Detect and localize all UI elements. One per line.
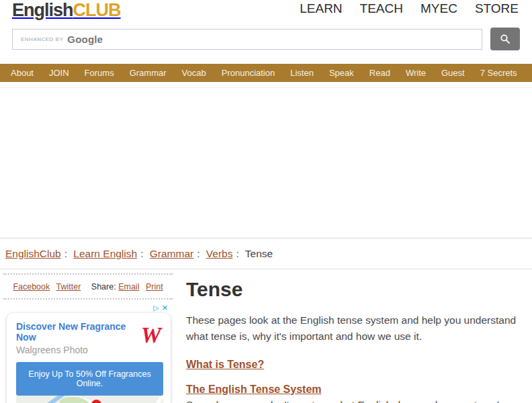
site-header: EnglishCLUB LEARN TEACH MYEC STORE — [0, 0, 532, 21]
sidebar-ad: ▷ ✕ Discover New Fragrance Now Walgreens… — [0, 300, 176, 403]
share-label: Share: — [91, 282, 116, 292]
page-title: Tense — [186, 278, 519, 301]
breadcrumb-link-learn-english[interactable]: Learn English — [73, 248, 137, 259]
google-branding: Google — [67, 34, 103, 45]
share-print-link[interactable]: Print — [146, 282, 163, 292]
share-twitter-link[interactable]: Twitter — [56, 282, 81, 292]
top-nav-myec[interactable]: MYEC — [420, 1, 457, 16]
nav-item-forums[interactable]: Forums — [85, 68, 114, 78]
map-road — [142, 396, 163, 403]
link-what-is-tense[interactable]: What is Tense? — [186, 359, 519, 371]
nav-item-speak[interactable]: Speak — [329, 68, 354, 78]
enhanced-by-label: ENHANCED BY — [21, 36, 63, 42]
link-english-tense-system[interactable]: The English Tense System — [186, 384, 519, 396]
search-input[interactable]: ENHANCED BY Google — [12, 29, 482, 50]
top-nav-learn[interactable]: LEARN — [300, 1, 342, 16]
nav-item-listen[interactable]: Listen — [290, 68, 314, 78]
nav-item-pronunciation[interactable]: Pronunciation — [222, 68, 275, 78]
main-navbar: About JOIN Forums Grammar Vocab Pronunci… — [0, 64, 532, 82]
top-nav-store[interactable]: STORE — [475, 1, 519, 16]
ad-map — [16, 396, 163, 403]
breadcrumb-separator: : — [64, 248, 67, 259]
nav-item-guest[interactable]: Guest — [441, 68, 465, 78]
nav-item-write[interactable]: Write — [406, 68, 426, 78]
nav-item-7secrets[interactable]: 7 Secrets — [480, 68, 517, 78]
ad-cta-button[interactable]: Enjoy Up To 50% Off Fragrances Online. — [16, 362, 163, 396]
englishclub-logo[interactable]: EnglishCLUB — [12, 0, 121, 20]
ad-card[interactable]: Discover New Fragrance Now Walgreens Pho… — [7, 313, 171, 403]
ad-title[interactable]: Discover New Fragrance Now — [16, 321, 137, 343]
search-bar: ENHANCED BY Google — [12, 28, 520, 50]
share-box: Facebook Twitter Share: Email Print — [3, 273, 173, 300]
top-nav: LEARN TEACH MYEC STORE — [300, 1, 519, 16]
breadcrumb-link-englishclub[interactable]: EnglishClub — [5, 248, 61, 259]
main-content: Tense These pages look at the English te… — [176, 269, 532, 399]
walgreens-logo: W — [141, 324, 161, 347]
ad-controls: ▷ ✕ — [7, 300, 171, 313]
search-icon — [500, 34, 511, 44]
nav-item-vocab[interactable]: Vocab — [182, 68, 206, 78]
link-description: Some languages don't use tense but Engli… — [186, 399, 519, 403]
breadcrumb: EnglishClub: Learn English: Grammar: Ver… — [0, 238, 532, 269]
breadcrumb-link-grammar[interactable]: Grammar — [150, 248, 193, 259]
breadcrumb-separator: : — [236, 248, 238, 259]
logo-text-english: English — [12, 0, 73, 20]
sidebar: Facebook Twitter Share: Email Print ▷ ✕ … — [0, 269, 176, 399]
breadcrumb-separator: : — [197, 248, 200, 259]
empty-ad-slot — [0, 88, 532, 238]
nav-item-join[interactable]: JOIN — [49, 68, 69, 78]
nav-item-grammar[interactable]: Grammar — [130, 68, 167, 78]
nav-item-about[interactable]: About — [11, 68, 34, 78]
share-email-link[interactable]: Email — [118, 282, 139, 292]
top-nav-teach[interactable]: TEACH — [360, 1, 403, 16]
breadcrumb-separator: : — [140, 248, 143, 259]
adchoices-icon[interactable]: ▷ — [153, 304, 159, 312]
logo-text-club: CLUB — [73, 0, 121, 20]
nav-item-read[interactable]: Read — [369, 68, 390, 78]
breadcrumb-current: Tense — [245, 248, 273, 259]
share-facebook-link[interactable]: Facebook — [13, 282, 50, 292]
search-button[interactable] — [490, 28, 520, 50]
breadcrumb-link-verbs[interactable]: Verbs — [206, 248, 233, 259]
intro-paragraph: These pages look at the English tense sy… — [186, 312, 519, 345]
ad-close-icon[interactable]: ✕ — [162, 304, 168, 312]
